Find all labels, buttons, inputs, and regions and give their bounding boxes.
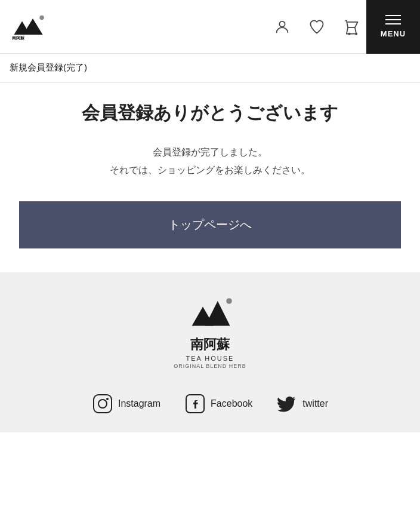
svg-point-13 <box>106 398 109 400</box>
svg-point-7 <box>356 33 357 34</box>
success-message: 会員登録が完了しました。 それでは、ショッピングをお楽しみください。 <box>12 143 408 180</box>
hamburger-icon <box>385 15 401 24</box>
svg-point-6 <box>348 33 350 34</box>
success-message-line1: 会員登録が完了しました。 <box>153 147 267 157</box>
facebook-link[interactable]: Facebook <box>184 393 252 415</box>
facebook-icon <box>184 393 206 415</box>
svg-text:南阿蘇: 南阿蘇 <box>12 35 25 40</box>
twitter-label: twitter <box>302 398 328 409</box>
success-message-line2: それでは、ショッピングをお楽しみください。 <box>110 165 310 175</box>
menu-label: MENU <box>381 29 406 38</box>
footer-logo: 南阿蘇 TEA HOUSE ORIGINAL BLEND HERB <box>174 296 246 369</box>
wishlist-icon[interactable] <box>308 18 326 36</box>
instagram-label: Instagram <box>118 398 160 409</box>
social-links: Instagram Facebook twitter <box>92 393 328 415</box>
main-content: 会員登録ありがとうございます 会員登録が完了しました。 それでは、ショッピングを… <box>0 82 420 272</box>
site-footer: 南阿蘇 TEA HOUSE ORIGINAL BLEND HERB Instag… <box>0 272 420 432</box>
breadcrumb: 新規会員登録(完了) <box>0 54 420 82</box>
user-icon[interactable] <box>273 18 291 36</box>
logo[interactable]: 南阿蘇 TEA HOUSE <box>10 13 45 40</box>
svg-marker-9 <box>205 301 230 326</box>
svg-rect-11 <box>94 395 112 413</box>
breadcrumb-text: 新規会員登録(完了) <box>10 62 87 72</box>
cart-icon[interactable] <box>342 18 360 36</box>
top-page-button[interactable]: トップページへ <box>19 201 401 248</box>
twitter-icon <box>276 393 298 415</box>
twitter-link[interactable]: twitter <box>276 393 328 415</box>
menu-button[interactable]: MENU <box>366 0 420 54</box>
facebook-label: Facebook <box>211 398 252 409</box>
instagram-icon <box>92 393 113 415</box>
logo-image: 南阿蘇 TEA HOUSE <box>10 13 45 40</box>
svg-point-5 <box>279 21 285 26</box>
success-title: 会員登録ありがとうございます <box>12 100 408 125</box>
site-header: 南阿蘇 TEA HOUSE <box>0 0 420 54</box>
instagram-link[interactable]: Instagram <box>92 393 160 415</box>
footer-logo-image <box>186 296 234 332</box>
svg-marker-1 <box>23 19 43 35</box>
svg-point-10 <box>226 298 232 304</box>
footer-logo-name: 南阿蘇 <box>190 336 230 354</box>
footer-logo-tagline: ORIGINAL BLEND HERB <box>174 363 246 369</box>
header-icons <box>273 18 360 36</box>
svg-point-2 <box>39 16 44 20</box>
svg-point-12 <box>98 400 107 408</box>
footer-logo-sub: TEA HOUSE <box>186 355 234 362</box>
